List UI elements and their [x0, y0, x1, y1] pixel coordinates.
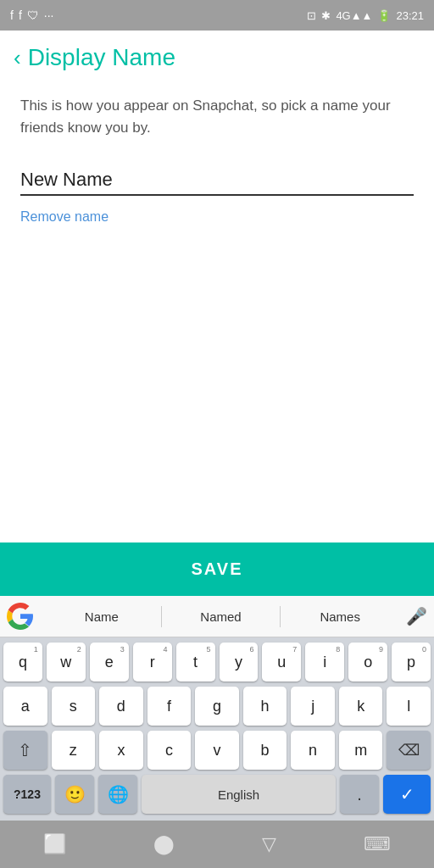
key-h[interactable]: h — [243, 687, 287, 726]
key-o[interactable]: o9 — [348, 643, 387, 682]
shift-key[interactable]: ⇧ — [3, 731, 47, 770]
key-v[interactable]: v — [195, 731, 239, 770]
key-p[interactable]: p0 — [392, 643, 431, 682]
key-c[interactable]: c — [147, 731, 192, 770]
key-q[interactable]: q1 — [3, 643, 42, 682]
bluetooth-icon: ✱ — [321, 9, 331, 22]
key-f[interactable]: f — [147, 687, 192, 726]
cast-icon: ⊡ — [307, 9, 316, 22]
nav-recent-triangle-icon[interactable]: ▽ — [262, 833, 276, 855]
nav-home-circle-icon[interactable]: ⬤ — [153, 833, 175, 855]
status-bar-left: f f 🛡 ··· — [10, 8, 53, 22]
fb-icon-2: f — [19, 8, 22, 22]
enter-key[interactable]: ✓ — [383, 775, 431, 814]
key-bottom-row: ?123 🙂 🌐 English . ✓ — [0, 775, 434, 821]
main-content: ‹ Display Name This is how you appear on… — [0, 31, 434, 821]
nav-keyboard-icon[interactable]: ⌨ — [364, 833, 391, 855]
key-j[interactable]: j — [291, 687, 335, 726]
nav-back-square-icon[interactable]: ⬜ — [43, 833, 66, 855]
language-key[interactable]: English — [142, 775, 336, 814]
key-t[interactable]: t5 — [176, 643, 215, 682]
numbers-key[interactable]: ?123 — [3, 775, 51, 814]
status-bar: f f 🛡 ··· ⊡ ✱ 4G▲▲ 🔋 23:21 — [0, 0, 434, 31]
emoji-key[interactable]: 🙂 — [55, 775, 94, 814]
mic-icon[interactable]: 🎤 — [406, 606, 427, 626]
page-title: Display Name — [28, 44, 175, 71]
status-bar-right: ⊡ ✱ 4G▲▲ 🔋 23:21 — [307, 9, 424, 22]
key-g[interactable]: g — [195, 687, 239, 726]
keyboard: Name Named Names 🎤 q1 w2 e3 r4 t5 y6 u7 … — [0, 596, 434, 821]
key-l[interactable]: l — [387, 687, 431, 726]
suggestion-items: Name Named Names — [42, 606, 399, 627]
delete-key[interactable]: ⌫ — [387, 731, 431, 770]
display-name-input[interactable] — [20, 165, 414, 196]
key-row-1: q1 w2 e3 r4 t5 y6 u7 i8 o9 p0 — [3, 643, 431, 682]
nav-bar: ⬜ ⬤ ▽ ⌨ — [0, 821, 434, 868]
period-key[interactable]: . — [340, 775, 379, 814]
key-e[interactable]: e3 — [90, 643, 129, 682]
key-i[interactable]: i8 — [305, 643, 344, 682]
globe-key[interactable]: 🌐 — [98, 775, 137, 814]
signal-icon: 4G▲▲ — [336, 9, 372, 22]
suggestion-names[interactable]: Names — [281, 606, 399, 627]
time-display: 23:21 — [396, 9, 424, 22]
save-button[interactable]: SAVE — [0, 542, 434, 596]
key-b[interactable]: b — [243, 731, 287, 770]
back-button[interactable]: ‹ — [14, 47, 21, 69]
key-d[interactable]: d — [99, 687, 143, 726]
key-y[interactable]: y6 — [220, 643, 259, 682]
key-u[interactable]: u7 — [262, 643, 301, 682]
key-a[interactable]: a — [3, 687, 47, 726]
suggestions-row: Name Named Names 🎤 — [0, 596, 434, 637]
key-s[interactable]: s — [52, 687, 96, 726]
suggestion-name[interactable]: Name — [42, 606, 162, 627]
remove-name-button[interactable]: Remove name — [20, 209, 108, 225]
fb-icon-1: f — [10, 8, 14, 22]
key-w[interactable]: w2 — [47, 643, 86, 682]
key-n[interactable]: n — [291, 731, 335, 770]
key-row-3: ⇧ z x c v b n m ⌫ — [3, 731, 431, 770]
input-area: Remove name — [0, 138, 434, 225]
suggestion-named[interactable]: Named — [162, 606, 281, 627]
key-z[interactable]: z — [52, 731, 96, 770]
battery-icon: 🔋 — [377, 9, 391, 22]
google-logo — [7, 603, 34, 630]
key-rows: q1 w2 e3 r4 t5 y6 u7 i8 o9 p0 a s d f g … — [0, 637, 434, 775]
key-m[interactable]: m — [339, 731, 383, 770]
description-text: This is how you appear on Snapchat, so p… — [0, 78, 434, 138]
key-k[interactable]: k — [339, 687, 383, 726]
key-row-2: a s d f g h j k l — [3, 687, 431, 726]
shield-icon: 🛡 — [27, 8, 39, 22]
header: ‹ Display Name — [0, 31, 434, 78]
more-icon: ··· — [44, 8, 54, 22]
key-x[interactable]: x — [99, 731, 143, 770]
key-r[interactable]: r4 — [133, 643, 172, 682]
